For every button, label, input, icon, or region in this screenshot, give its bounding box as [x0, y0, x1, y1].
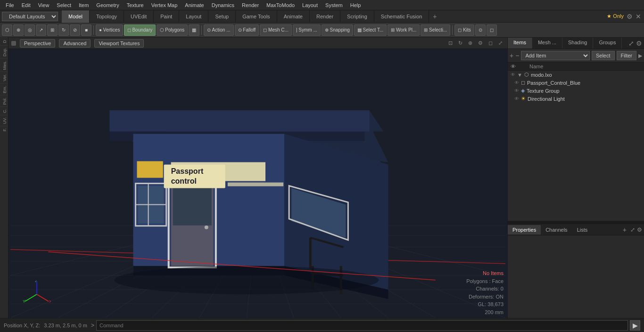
tool-world[interactable]: ⊕: [13, 24, 24, 36]
layout-add-btn[interactable]: +: [429, 11, 440, 22]
tab-schematic-fusion[interactable]: Schematic Fusion: [374, 10, 429, 23]
mesh-mode-btn[interactable]: ▦: [189, 24, 199, 36]
tree-item-texture-group[interactable]: 👁 ◈ Texture Group: [512, 87, 644, 95]
sidebar-label-uv[interactable]: UV.: [0, 115, 8, 126]
viewport-tab-textures[interactable]: Viewport Textures: [94, 39, 144, 48]
tab-channels[interactable]: Channels: [541, 225, 572, 235]
sidebar-label-em[interactable]: Em.: [0, 83, 8, 95]
add-item-minus-icon[interactable]: −: [515, 52, 519, 59]
mesh-constraint-btn[interactable]: ◻ Mesh C...: [260, 24, 292, 36]
tool-arrow[interactable]: ↗: [36, 24, 46, 36]
panel-arrow-right[interactable]: ▶: [638, 53, 642, 59]
select-type-btn[interactable]: ▦ Select T...: [354, 24, 387, 36]
filter-button[interactable]: Filter: [617, 51, 636, 60]
vp-capture-btn[interactable]: ⊡: [446, 40, 454, 47]
sidebar-label-ver[interactable]: Ver.: [0, 72, 8, 83]
add-item-plus-icon[interactable]: +: [510, 52, 513, 59]
tab-game-tools[interactable]: Game Tools: [236, 10, 277, 23]
tab-shading[interactable]: Shading: [562, 38, 593, 49]
menu-texture[interactable]: Texture: [123, 1, 148, 9]
tab-lists[interactable]: Lists: [572, 225, 593, 235]
tool-center[interactable]: ◎: [25, 24, 35, 36]
menu-animate[interactable]: Animate: [181, 1, 207, 9]
tab-setup[interactable]: Setup: [208, 10, 236, 23]
vp-zoom-btn[interactable]: ⊕: [466, 40, 474, 47]
sidebar-label-c[interactable]: C.: [0, 106, 8, 115]
menu-maxtomodo[interactable]: MaxToModo: [263, 1, 298, 9]
command-run-btn[interactable]: ▶: [630, 320, 640, 331]
select-button[interactable]: Select: [592, 51, 615, 60]
panel-expand-icon[interactable]: ⤢: [628, 40, 634, 47]
panel-settings-icon[interactable]: ⚙: [636, 40, 642, 47]
sidebar-label-d[interactable]: D: [0, 38, 8, 45]
kits-btn[interactable]: ◻ Kits: [454, 24, 474, 36]
tab-items[interactable]: Items: [508, 38, 532, 49]
sidebar-label-mes[interactable]: Mes.: [0, 58, 8, 72]
selection-btn[interactable]: ⊞ Selecti...: [421, 24, 450, 36]
menu-render[interactable]: Render: [238, 1, 263, 9]
symmetry-btn[interactable]: | Symm ...: [293, 24, 321, 36]
menu-vertex-map[interactable]: Vertex Map: [148, 1, 182, 9]
tab-groups[interactable]: Groups: [593, 38, 622, 49]
tool-box[interactable]: ■: [81, 24, 91, 36]
menu-edit[interactable]: Edit: [18, 1, 34, 9]
add-item-dropdown[interactable]: Add Item: [521, 51, 590, 60]
tab-scripting[interactable]: Scripting: [340, 10, 374, 23]
layout-dropdown[interactable]: Default Layouts: [2, 12, 58, 21]
viewport-btn2[interactable]: ◻: [487, 24, 497, 36]
tree-item-light[interactable]: 👁 ☀ Directional Light: [512, 95, 644, 103]
menu-file[interactable]: File: [2, 1, 18, 9]
tool-grid[interactable]: ⊞: [47, 24, 58, 36]
tool-brush[interactable]: ⊘: [70, 24, 80, 36]
viewport-btn1[interactable]: ⊙: [475, 24, 486, 36]
vp-refresh-btn[interactable]: ↻: [456, 40, 464, 47]
tree-item-modo-lxo[interactable]: 👁 ▼ ⬡ modo.lxo: [508, 71, 644, 79]
menu-system[interactable]: System: [322, 1, 347, 9]
menu-help[interactable]: Help: [347, 1, 365, 9]
prop-gear-icon[interactable]: ⚙: [637, 227, 642, 233]
sidebar-label-pol[interactable]: Pol.: [0, 95, 8, 107]
menu-layout[interactable]: Layout: [298, 1, 322, 9]
tree-item-passport[interactable]: 👁 ◻ Passport_Control_Blue: [512, 79, 644, 87]
settings-icon[interactable]: ⚙: [627, 13, 633, 20]
sidebar-label-dup[interactable]: Dup.: [0, 45, 8, 58]
tab-layout[interactable]: Layout: [179, 10, 208, 23]
menu-view[interactable]: View: [34, 1, 53, 9]
tab-animate[interactable]: Animate: [277, 10, 310, 23]
tab-model[interactable]: Model: [62, 10, 90, 23]
vp-fullscreen-btn[interactable]: ⤢: [496, 40, 504, 47]
sidebar-label-f[interactable]: F.: [0, 126, 8, 133]
command-input[interactable]: [96, 320, 628, 331]
vp-settings-btn[interactable]: ⚙: [476, 40, 485, 47]
menu-geometry[interactable]: Geometry: [92, 1, 123, 9]
falloff-btn[interactable]: ⊙ Falloff: [235, 24, 259, 36]
light-icon: ☀: [521, 96, 526, 102]
tab-topology[interactable]: Topology: [90, 10, 124, 23]
action-btn[interactable]: ⊙ Action ...: [204, 24, 233, 36]
tab-paint[interactable]: Paint: [154, 10, 179, 23]
boundary-mode-btn[interactable]: ◻ Boundary: [124, 24, 156, 36]
prop-add-btn[interactable]: +: [620, 225, 629, 235]
menu-select[interactable]: Select: [53, 1, 75, 9]
viewport-status: No Items Polygons : Face Channels: 0 Def…: [462, 267, 507, 318]
tab-mesh[interactable]: Mesh ...: [532, 38, 562, 49]
menu-item[interactable]: Item: [75, 1, 92, 9]
prop-expand-icon[interactable]: ⤢: [630, 227, 635, 233]
work-plane-btn[interactable]: ⊞ Work Pl...: [388, 24, 420, 36]
viewport[interactable]: Perspective Advanced Viewport Textures ⊡…: [8, 38, 507, 318]
polygons-mode-btn[interactable]: ⬡ Polygons: [157, 24, 188, 36]
tool-rotate-snap[interactable]: ↻: [58, 24, 69, 36]
tab-render[interactable]: Render: [310, 10, 340, 23]
tool-cursor[interactable]: ⬡: [2, 24, 12, 36]
close-icon[interactable]: ✕: [636, 13, 641, 20]
vp-expand-btn[interactable]: ◻: [487, 40, 495, 47]
viewport-tab-perspective[interactable]: Perspective: [20, 39, 55, 48]
viewport-canvas[interactable]: Passport control: [8, 49, 507, 318]
tab-properties[interactable]: Properties: [508, 225, 541, 235]
menu-dynamics[interactable]: Dynamics: [208, 1, 238, 9]
tab-uvedit[interactable]: UVEdit: [124, 10, 154, 23]
viewport-tab-advanced[interactable]: Advanced: [59, 39, 91, 48]
snapping-btn[interactable]: ⊕ Snapping: [322, 24, 353, 36]
vertices-mode-btn[interactable]: ● ● VerticesVertices: [96, 24, 123, 36]
col-eye-header: 👁: [511, 64, 518, 69]
